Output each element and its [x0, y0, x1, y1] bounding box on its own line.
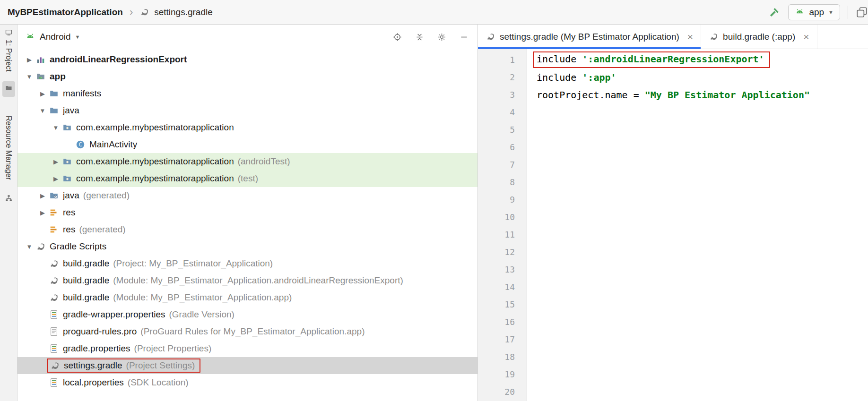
properties-file-icon — [49, 377, 59, 388]
tree-item-java-generated[interactable]: ▶ java (generated) — [17, 187, 477, 204]
tree-item-gradle-scripts[interactable]: ▼ Gradle Scripts — [17, 238, 477, 255]
project-tool-window: Android ▼ ▶ androidLinearRegressionExpor… — [17, 25, 477, 401]
tree-item-proguard-rules[interactable]: proguard-rules.pro (ProGuard Rules for M… — [17, 323, 477, 340]
code-editor[interactable]: 1 include ':androidLinearRegressionExpor… — [478, 49, 868, 401]
folder-icon — [5, 84, 13, 92]
line-number: 5 — [478, 125, 527, 135]
line-number: 6 — [478, 142, 527, 152]
tree-item-build-gradle-module-export[interactable]: build.gradle (Module: My_BP_Estimator_Ap… — [17, 272, 477, 289]
active-tool-indicator[interactable] — [2, 81, 15, 97]
editor-area: settings.gradle (My BP Estimator Applica… — [477, 25, 868, 401]
gear-icon[interactable] — [437, 32, 447, 42]
android-icon — [25, 32, 35, 42]
build-hammer-icon[interactable] — [768, 6, 781, 18]
line-number: 17 — [478, 334, 527, 344]
code-line-13: 13 — [478, 261, 868, 278]
tree-item-gradle-properties[interactable]: gradle.properties (Project Properties) — [17, 340, 477, 357]
code-line-8: 8 — [478, 173, 868, 191]
gradle-file-icon — [139, 7, 149, 17]
structure-icon[interactable] — [5, 194, 13, 202]
tool-tab-resource-manager[interactable]: Resource Manager — [3, 112, 14, 184]
line-number: 15 — [478, 299, 527, 309]
chevron-right-icon[interactable]: ▶ — [23, 56, 35, 63]
tree-item-package-test[interactable]: ▶ com.example.mybpestimatorapplication (… — [17, 170, 477, 187]
tree-item-mainactivity[interactable]: MainActivity — [17, 136, 477, 153]
gradle-icon — [49, 258, 59, 269]
project-tree: ▶ androidLinearRegressionExport ▼ app ▶ … — [17, 49, 477, 391]
gradle-icon — [50, 360, 60, 371]
project-view-selector[interactable]: Android — [40, 32, 71, 42]
editor-tab-build-gradle-app[interactable]: build.gradle (:app) × — [701, 25, 817, 49]
locate-file-icon[interactable] — [392, 32, 402, 42]
run-configuration-label: app — [809, 7, 824, 17]
breadcrumb-file[interactable]: settings.gradle — [154, 7, 213, 17]
chevron-right-icon[interactable]: ▶ — [50, 175, 62, 182]
line-number: 19 — [478, 369, 527, 379]
tool-tab-resource-manager-label: Resource Manager — [4, 116, 13, 180]
line-number: 4 — [478, 107, 527, 117]
close-icon[interactable]: × — [803, 32, 809, 42]
tree-item-build-gradle-module-app[interactable]: build.gradle (Module: My_BP_Estimator_Ap… — [17, 289, 477, 306]
chevron-right-icon[interactable]: ▶ — [36, 192, 49, 199]
tree-item-java[interactable]: ▼ java — [17, 102, 477, 119]
editor-tab-settings-gradle[interactable]: settings.gradle (My BP Estimator Applica… — [478, 25, 701, 49]
tree-item-res-generated[interactable]: res (generated) — [17, 221, 477, 238]
annotation-box-include-export: include ':androidLinearRegressionExport' — [533, 51, 770, 68]
editor-tab-label: settings.gradle (My BP Estimator Applica… — [500, 32, 679, 42]
line-number: 9 — [478, 195, 527, 205]
chevron-down-icon[interactable]: ▼ — [75, 34, 80, 40]
breadcrumb-project[interactable]: MyBPEstimatorApplication — [8, 7, 123, 17]
line-number: 8 — [478, 177, 527, 187]
tree-item-android-linear-regression-export[interactable]: ▶ androidLinearRegressionExport — [17, 51, 477, 68]
run-configuration-select[interactable]: app ▼ — [788, 4, 840, 20]
code-line-11: 11 — [478, 226, 868, 243]
main-toolbar: MyBPEstimatorApplication › settings.grad… — [0, 0, 868, 25]
folder-icon — [49, 88, 59, 99]
text-file-icon — [49, 326, 59, 337]
code-line-9: 9 — [478, 191, 868, 208]
close-icon[interactable]: × — [687, 32, 693, 42]
code-lines: 1 include ':androidLinearRegressionExpor… — [478, 49, 868, 401]
tool-tab-project[interactable]: 1: Project — [3, 25, 14, 76]
tree-item-package-androidtest[interactable]: ▶ com.example.mybpestimatorapplication (… — [17, 153, 477, 170]
chevron-right-icon[interactable]: ▶ — [50, 158, 62, 165]
tree-item-res[interactable]: ▶ res — [17, 204, 477, 221]
tree-item-settings-gradle[interactable]: settings.gradle (Project Settings) — [17, 357, 477, 374]
resources-icon — [49, 224, 59, 235]
chevron-down-icon[interactable]: ▼ — [23, 73, 35, 80]
chevron-down-icon[interactable]: ▼ — [23, 243, 35, 250]
code-text: include ':androidLinearRegressionExport' — [527, 51, 770, 68]
line-number: 1 — [478, 55, 527, 65]
chevron-right-icon[interactable]: ▶ — [36, 209, 49, 216]
line-number: 7 — [478, 160, 527, 170]
line-number: 2 — [478, 72, 527, 82]
generated-folder-icon — [49, 190, 59, 201]
code-text: rootProject.name = "My BP Estimator Appl… — [527, 89, 810, 101]
properties-file-icon — [49, 343, 59, 354]
code-line-3: 3 rootProject.name = "My BP Estimator Ap… — [478, 86, 868, 103]
tree-item-gradle-wrapper-properties[interactable]: gradle-wrapper.properties (Gradle Versio… — [17, 306, 477, 323]
tree-item-manifests[interactable]: ▶ manifests — [17, 85, 477, 102]
line-number: 18 — [478, 352, 527, 362]
chevron-right-icon[interactable]: ▶ — [36, 90, 49, 97]
hide-panel-icon[interactable] — [459, 32, 469, 42]
collapse-all-icon[interactable] — [415, 32, 425, 42]
editor-tab-bar: settings.gradle (My BP Estimator Applica… — [478, 25, 868, 49]
code-line-20: 20 — [478, 383, 868, 401]
tree-item-app[interactable]: ▼ app — [17, 68, 477, 85]
chevron-down-icon: ▼ — [828, 9, 833, 15]
line-number: 14 — [478, 282, 527, 292]
chevron-down-icon[interactable]: ▼ — [36, 107, 49, 114]
chevron-down-icon[interactable]: ▼ — [50, 124, 62, 131]
line-number: 20 — [478, 387, 527, 397]
tree-item-package-main[interactable]: ▼ com.example.mybpestimatorapplication — [17, 119, 477, 136]
tree-item-build-gradle-project[interactable]: build.gradle (Project: My_BP_Estimator_A… — [17, 255, 477, 272]
project-panel-actions — [392, 32, 469, 42]
editor-tab-label: build.gradle (:app) — [723, 32, 795, 42]
line-number: 10 — [478, 212, 527, 222]
tree-item-local-properties[interactable]: local.properties (SDK Location) — [17, 374, 477, 391]
line-number: 13 — [478, 264, 527, 274]
code-line-10: 10 — [478, 208, 868, 226]
running-devices-icon[interactable] — [856, 6, 868, 18]
toolbar-right-group: app ▼ — [768, 4, 863, 20]
